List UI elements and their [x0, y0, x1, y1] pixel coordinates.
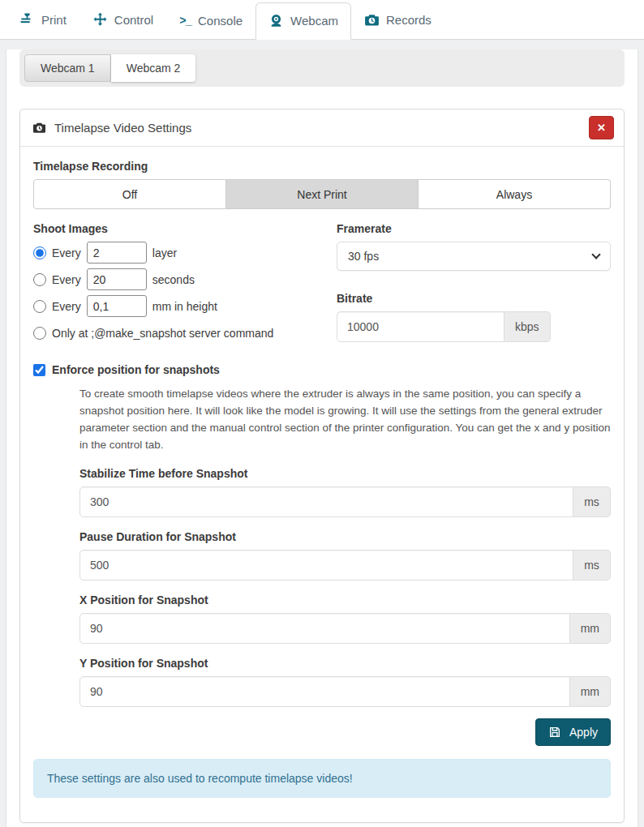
option-prefix: Every: [52, 300, 81, 313]
panel-title: Timelapse Video Settings: [54, 121, 589, 135]
pause-duration-unit: ms: [573, 550, 611, 581]
settings-columns: Shoot Images Every layer Every seconds: [33, 222, 611, 349]
x-position-group: mm: [79, 613, 611, 644]
tab-console[interactable]: >_ Console: [166, 3, 255, 39]
recompute-info-alert: These settings are also used to recomput…: [33, 759, 611, 798]
framerate-select-wrap: 30 fps: [337, 242, 611, 271]
option-prefix: Every: [52, 246, 81, 259]
every-seconds-input[interactable]: [87, 268, 147, 290]
shoot-images-column: Shoot Images Every layer Every seconds: [33, 222, 307, 349]
framerate-select[interactable]: 30 fps: [337, 242, 611, 271]
stabilize-time-label: Stabilize Time before Snapshot: [79, 467, 611, 480]
save-icon: [548, 726, 561, 739]
bitrate-label: Bitrate: [337, 292, 611, 305]
apply-button[interactable]: Apply: [535, 718, 611, 746]
shoot-option-height: Every mm in height: [33, 295, 307, 317]
shoot-option-command: Only at ;@make_snapshot server command: [33, 322, 307, 344]
close-button[interactable]: ✕: [589, 116, 614, 139]
bitrate-group: kbps: [337, 311, 611, 342]
shoot-images-label: Shoot Images: [33, 222, 307, 235]
y-position-field: Y Position for Snapshot mm: [79, 657, 611, 707]
stabilize-time-input[interactable]: [79, 486, 573, 517]
close-icon: ✕: [597, 122, 606, 134]
timelapse-recording-label: Timelapse Recording: [33, 160, 611, 173]
encoding-column: Framerate 30 fps Bitrate kbps: [337, 222, 611, 349]
webcam-tab-content: Webcam 1 Webcam 2 Timelapse Video Settin…: [6, 49, 638, 827]
main-tab-bar: Print Control >_ Console Webcam Records: [0, 0, 644, 40]
stabilize-time-field: Stabilize Time before Snapshot ms: [79, 467, 611, 517]
tab-label: Control: [114, 13, 153, 27]
x-position-input[interactable]: [79, 613, 570, 644]
enforce-position-row: Enforce position for snapshots: [33, 363, 611, 376]
tab-webcam[interactable]: Webcam: [255, 2, 351, 40]
camera-clock-icon: [364, 12, 380, 28]
snapshot-position-block: To create smooth timelapse videos where …: [79, 386, 611, 746]
alert-text: These settings are also used to recomput…: [47, 772, 353, 785]
radio-every-seconds[interactable]: [33, 273, 46, 286]
recording-off-button[interactable]: Off: [33, 179, 226, 209]
option-suffix: seconds: [152, 273, 195, 286]
tab-label: Print: [41, 13, 67, 27]
recording-always-button[interactable]: Always: [419, 179, 611, 209]
enforce-position-checkbox[interactable]: [33, 364, 45, 376]
apply-label: Apply: [569, 726, 598, 739]
every-layer-input[interactable]: [87, 242, 147, 264]
x-position-unit: mm: [570, 613, 611, 644]
tab-print[interactable]: Print: [6, 2, 79, 39]
recording-next-print-button[interactable]: Next Print: [226, 179, 419, 209]
tab-label: Console: [198, 14, 243, 28]
pause-duration-field: Pause Duration for Snapshot ms: [79, 530, 611, 581]
camera-icon: [32, 121, 46, 135]
webcam-icon: [268, 13, 284, 28]
option-suffix: layer: [152, 246, 177, 259]
x-position-label: X Position for Snapshot: [79, 593, 611, 606]
recording-mode-group: Off Next Print Always: [33, 179, 611, 209]
timelapse-settings-panel: Timelapse Video Settings ✕ Timelapse Rec…: [19, 109, 625, 823]
every-mm-input[interactable]: [87, 295, 147, 317]
pause-duration-input[interactable]: [79, 550, 573, 581]
stabilize-time-group: ms: [79, 486, 611, 517]
printer-icon: [19, 12, 35, 28]
tab-label: Records: [386, 13, 431, 27]
shoot-option-layer: Every layer: [33, 242, 307, 264]
y-position-unit: mm: [570, 676, 611, 707]
subtab-webcam-1[interactable]: Webcam 1: [24, 54, 111, 82]
option-suffix: mm in height: [152, 300, 217, 313]
framerate-label: Framerate: [337, 222, 611, 235]
stabilize-time-unit: ms: [573, 486, 611, 517]
pause-duration-group: ms: [79, 550, 611, 581]
enforce-position-label[interactable]: Enforce position for snapshots: [52, 363, 220, 376]
apply-row: Apply: [79, 718, 611, 746]
move-arrows-icon: [92, 12, 108, 28]
bitrate-input[interactable]: [337, 311, 504, 342]
radio-snapshot-command[interactable]: [33, 327, 46, 340]
bitrate-unit: kbps: [504, 311, 551, 342]
terminal-icon: >_: [179, 15, 191, 28]
panel-header: Timelapse Video Settings ✕: [20, 109, 624, 147]
subtab-webcam-2[interactable]: Webcam 2: [111, 54, 196, 82]
y-position-label: Y Position for Snapshot: [79, 657, 611, 670]
radio-every-layer[interactable]: [33, 246, 46, 259]
y-position-group: mm: [79, 676, 611, 707]
option-prefix: Every: [52, 273, 81, 286]
tab-records[interactable]: Records: [351, 2, 444, 39]
webcam-selector-strip: Webcam 1 Webcam 2: [19, 49, 625, 87]
shoot-option-seconds: Every seconds: [33, 268, 307, 290]
radio-every-mm[interactable]: [33, 300, 46, 313]
x-position-field: X Position for Snapshot mm: [79, 593, 611, 644]
pause-duration-label: Pause Duration for Snapshot: [79, 530, 611, 543]
tab-label: Webcam: [290, 14, 338, 28]
panel-body: Timelapse Recording Off Next Print Alway…: [20, 147, 624, 822]
tab-control[interactable]: Control: [79, 2, 166, 39]
y-position-input[interactable]: [79, 676, 570, 707]
option-label: Only at ;@make_snapshot server command: [52, 327, 273, 340]
enforce-help-text: To create smooth timelapse videos where …: [79, 386, 611, 454]
